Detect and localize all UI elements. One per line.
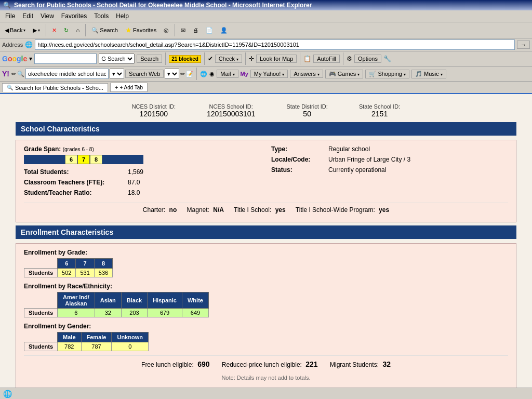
google-search-select[interactable]: G Search bbox=[99, 54, 135, 64]
grade-students-label: Students bbox=[24, 269, 58, 277]
active-tab[interactable]: 🔍 Search for Public Schools - Scho... bbox=[2, 83, 108, 92]
yahoo-search-input[interactable] bbox=[25, 69, 109, 79]
google-search-input[interactable] bbox=[34, 54, 97, 64]
google-dropdown-icon: ▾ bbox=[29, 55, 32, 62]
tab-label: Search for Public Schools - Scho... bbox=[15, 85, 103, 91]
add-tab-icon: + bbox=[115, 84, 118, 90]
messenger-icon: 👤 bbox=[220, 27, 228, 34]
address-input[interactable] bbox=[35, 39, 515, 50]
yahoo-mail-button[interactable]: Mail ▾ bbox=[217, 70, 238, 78]
forward-button[interactable]: ▶ ▾ bbox=[30, 25, 43, 35]
edit-icon: 📄 bbox=[206, 27, 213, 34]
menu-favorites[interactable]: Favorites bbox=[58, 11, 90, 21]
separator-2 bbox=[85, 24, 86, 36]
edit-button[interactable]: 📄 bbox=[203, 25, 216, 35]
answers-dropdown-icon: ▾ bbox=[317, 72, 320, 77]
power-icon: ◉ bbox=[209, 71, 215, 77]
look-button[interactable]: Look for Map bbox=[256, 55, 297, 63]
mail-button[interactable]: ✉ bbox=[178, 25, 188, 35]
add-tab-button[interactable]: + + Add Tab bbox=[110, 83, 148, 92]
search-button[interactable]: 🔍 Search bbox=[89, 25, 121, 35]
yahoo-myyahoo-button[interactable]: My Yahoo! ▾ bbox=[250, 70, 288, 78]
form-icon: 📋 bbox=[303, 55, 311, 62]
characteristics-left: Grade Span: (grades 6 - 8) 6 7 8 Total S… bbox=[24, 145, 261, 200]
free-lunch-label: Free lunch eligible: bbox=[141, 361, 194, 368]
settings-icon: ⚙ bbox=[347, 55, 352, 62]
grade-table: 6 7 8 Students 502 531 536 bbox=[24, 258, 113, 277]
magnet-value: N/A bbox=[213, 206, 224, 214]
status-label: Status: bbox=[271, 166, 328, 174]
google-search-button[interactable]: Search bbox=[137, 55, 162, 63]
print-button[interactable]: 🖨 bbox=[190, 25, 201, 35]
home-button[interactable]: ⌂ bbox=[73, 25, 82, 35]
wrench-icon: 🔧 bbox=[383, 55, 391, 62]
reduced-lunch-label: Reduced-price lunch eligible: bbox=[222, 361, 302, 368]
classroom-teachers-row: Classroom Teachers (FTE): 87.0 bbox=[24, 179, 261, 186]
messenger-button[interactable]: 👤 bbox=[218, 25, 230, 35]
options-button[interactable]: Options bbox=[354, 55, 381, 63]
games-icon: 🎮 bbox=[329, 71, 336, 77]
menu-edit[interactable]: Edit bbox=[19, 11, 36, 21]
grade-bar: 6 7 8 bbox=[24, 155, 143, 164]
yahoo-shopping-button[interactable]: 🛒 Shopping ▾ bbox=[365, 70, 409, 78]
student-teacher-row: Student/Teacher Ratio: 18.0 bbox=[24, 189, 261, 196]
race-header-hispanic: Hispanic bbox=[148, 292, 182, 309]
go-button[interactable]: → bbox=[517, 41, 530, 49]
yahoo-music-button[interactable]: 🎵 Music ▾ bbox=[411, 70, 446, 78]
title1-label: Title I School: bbox=[234, 206, 271, 214]
gender-students-label: Students bbox=[24, 342, 58, 351]
autofill-button[interactable]: AutoFill bbox=[313, 55, 340, 63]
race-value-amerind: 6 bbox=[58, 309, 95, 317]
search-left-icon: 🔍 bbox=[17, 71, 24, 77]
title-bar-icon: 🔍 bbox=[3, 2, 11, 9]
menu-tools[interactable]: Tools bbox=[91, 11, 112, 21]
status-value: Currently operational bbox=[328, 166, 386, 174]
enrollment-content: Enrollment by Grade: 6 7 8 Students 502 … bbox=[16, 243, 516, 389]
grade-cell-8: 8 bbox=[90, 155, 102, 164]
migrant-label: Migrant Students: bbox=[330, 361, 379, 368]
yahoo-search-web-select[interactable]: ▾ bbox=[165, 69, 179, 79]
total-students-label: Total Students: bbox=[24, 168, 128, 176]
yahoo-answers-button[interactable]: Answers ▾ bbox=[290, 70, 323, 78]
media-button[interactable]: ◎ bbox=[161, 25, 171, 35]
lunch-row: Free lunch eligible: 690 Reduced-price l… bbox=[24, 355, 508, 373]
print-icon: 🖨 bbox=[193, 27, 198, 33]
favorites-button[interactable]: ★ Favorites bbox=[123, 24, 159, 36]
locale-label: Locale/Code: bbox=[271, 156, 328, 163]
classroom-teachers-label: Classroom Teachers (FTE): bbox=[24, 179, 128, 186]
yahoo-search-web-button[interactable]: Search Web bbox=[125, 70, 164, 78]
menu-file[interactable]: File bbox=[2, 11, 18, 21]
nces-district-label: NCES District ID: bbox=[132, 103, 176, 110]
state-school-value: 2151 bbox=[359, 110, 401, 118]
menu-help[interactable]: Help bbox=[113, 11, 132, 21]
gender-header-male: Male bbox=[58, 332, 81, 342]
characteristics-right: Type: Regular school Locale/Code: Urban … bbox=[271, 145, 508, 200]
race-value-white: 649 bbox=[182, 309, 208, 317]
grade-cell-7: 7 bbox=[77, 155, 90, 164]
blocked-badge[interactable]: 21 blocked bbox=[169, 55, 201, 63]
grade-span-sub: (grades 6 - 8) bbox=[63, 147, 94, 152]
grade-cell-6: 6 bbox=[65, 155, 77, 164]
race-header-asian: Asian bbox=[95, 292, 121, 309]
yahoo-games-button[interactable]: 🎮 Games ▾ bbox=[325, 70, 364, 78]
stop-button[interactable]: ✕ bbox=[49, 25, 59, 35]
student-teacher-value: 18.0 bbox=[128, 189, 140, 196]
race-table: Amer Ind/Alaskan Asian Black Hispanic Wh… bbox=[24, 292, 209, 317]
address-icon: 🌐 bbox=[25, 41, 33, 48]
back-button[interactable]: ◀ Back ▾ bbox=[2, 25, 28, 35]
race-header-white: White bbox=[182, 292, 208, 309]
enrollment-by-gender: Enrollment by Gender: Male Female Unknow… bbox=[24, 323, 508, 351]
refresh-button[interactable]: ↻ bbox=[61, 25, 71, 35]
gender-value-male: 782 bbox=[58, 342, 81, 351]
stop-icon: ✕ bbox=[52, 27, 57, 34]
yahoo-search-select[interactable]: ▾ bbox=[110, 69, 124, 79]
address-bar: Address 🌐 → bbox=[0, 38, 532, 51]
forward-dropdown-icon: ▾ bbox=[38, 28, 40, 33]
edit2-icon: 📝 bbox=[186, 71, 193, 77]
menu-view[interactable]: View bbox=[37, 11, 57, 21]
separator-g1 bbox=[165, 52, 166, 65]
charter-value: no bbox=[169, 206, 177, 214]
menu-bar: File Edit View Favorites Tools Help bbox=[0, 10, 532, 22]
check-button[interactable]: Check ▾ bbox=[215, 55, 242, 63]
charter-row: Charter: no Magnet: N/A Title I School: … bbox=[24, 203, 508, 217]
